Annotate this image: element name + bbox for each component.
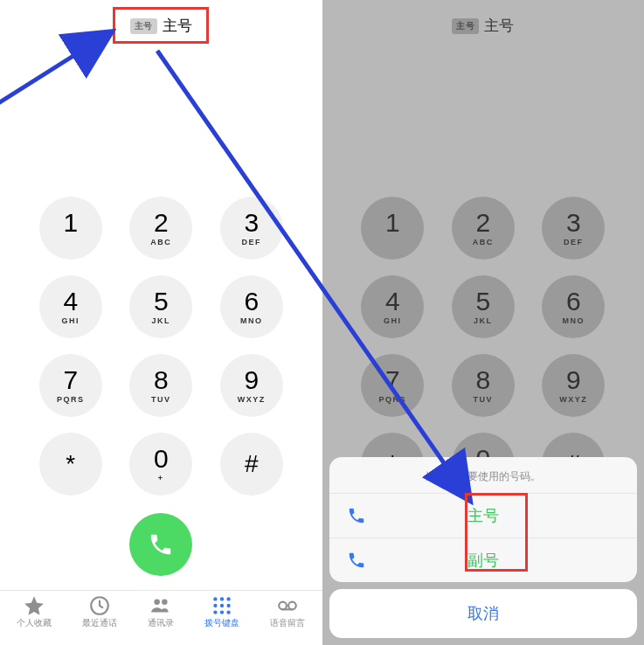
key-digit: 6	[244, 288, 259, 315]
people-icon	[149, 596, 172, 615]
tab-bar: 个人收藏最近通话通讯录拨号键盘语音留言	[0, 590, 322, 638]
svg-point-13	[288, 602, 296, 610]
key-2[interactable]: 2ABC	[129, 197, 192, 260]
star-icon	[23, 596, 45, 615]
keypad-icon	[211, 596, 233, 615]
key-digit: 7	[63, 367, 78, 393]
key-digit: 0	[154, 446, 169, 472]
option-label: 副号	[467, 550, 499, 571]
key-letters: DEF	[242, 238, 262, 246]
svg-point-11	[227, 610, 231, 614]
tab-label: 拨号键盘	[204, 617, 239, 629]
key-digit: 3	[244, 210, 259, 236]
key-digit: 2	[154, 210, 169, 236]
key-5[interactable]: 5JKL	[129, 275, 192, 338]
sim-selection-sheet: 选择现在要使用的号码。 主号 副号	[329, 457, 638, 582]
svg-point-5	[227, 597, 231, 600]
key-1[interactable]: 1	[39, 197, 102, 260]
tab-voicemail[interactable]: 语音留言	[270, 596, 305, 629]
key-9[interactable]: 9WXYZ	[220, 354, 283, 417]
tab-clock[interactable]: 最近通话	[82, 596, 117, 629]
call-button[interactable]	[129, 513, 192, 576]
sheet-title: 选择现在要使用的号码。	[329, 457, 638, 494]
tab-people[interactable]: 通讯录	[148, 596, 174, 629]
key-letters: +	[158, 474, 164, 482]
sheet-option-secondary[interactable]: 副号	[329, 538, 638, 582]
key-8[interactable]: 8TUV	[129, 354, 192, 417]
phone-icon	[148, 531, 174, 558]
svg-point-7	[220, 604, 224, 607]
sim-selection-overlay: 选择现在要使用的号码。 主号 副号 取消	[322, 0, 645, 645]
tab-star[interactable]: 个人收藏	[17, 596, 52, 629]
dial-keypad: 1 2ABC3DEF4GHI5JKL6MNO7PQRS8TUV9WXYZ*0+#	[0, 197, 322, 496]
key-7[interactable]: 7PQRS	[39, 354, 102, 417]
svg-point-12	[279, 602, 287, 610]
key-digit: 4	[63, 288, 78, 315]
dialer-screen-overlay: 主号 主号 1 2ABC3DEF4GHI5JKL6MNO7PQRS8TUV9WX…	[322, 0, 645, 645]
key-0[interactable]: 0+	[129, 433, 192, 496]
key-6[interactable]: 6MNO	[220, 275, 283, 338]
dialer-screen-normal: 主号 主号 1 2ABC3DEF4GHI5JKL6MNO7PQRS8TUV9WX…	[0, 0, 322, 645]
key-4[interactable]: 4GHI	[39, 275, 102, 338]
tab-label: 语音留言	[270, 617, 305, 629]
tab-label: 通讯录	[148, 617, 174, 629]
option-label: 主号	[467, 505, 499, 526]
sheet-option-primary[interactable]: 主号	[329, 494, 638, 538]
key-letters: WXYZ	[238, 395, 266, 404]
svg-point-8	[227, 604, 231, 607]
voicemail-icon	[276, 596, 299, 615]
key-digit: 5	[154, 288, 169, 315]
svg-point-4	[220, 597, 224, 600]
svg-point-6	[213, 604, 217, 607]
sim-badge-icon: 主号	[130, 18, 157, 34]
svg-point-2	[162, 599, 168, 605]
svg-point-1	[155, 599, 161, 605]
tab-label: 最近通话	[82, 617, 117, 629]
key-digit: 9	[244, 367, 259, 393]
key-digit: 1	[63, 210, 78, 236]
key-digit: *	[66, 450, 75, 478]
key-letters: PQRS	[57, 395, 85, 404]
key-letters: JKL	[151, 316, 170, 325]
annotation-header-box	[113, 7, 209, 44]
key-letters: MNO	[240, 316, 263, 325]
sim-label: 主号	[163, 16, 192, 36]
sim-selector[interactable]: 主号 主号	[0, 0, 322, 46]
phone-icon	[347, 506, 366, 525]
key-letters: ABC	[150, 238, 171, 246]
svg-point-10	[220, 610, 224, 614]
key-#[interactable]: #	[220, 433, 283, 496]
key-letters: GHI	[61, 316, 80, 325]
phone-icon	[347, 551, 366, 570]
key-digit: 8	[154, 367, 169, 393]
key-3[interactable]: 3DEF	[220, 197, 283, 260]
svg-point-9	[213, 610, 217, 614]
svg-point-3	[213, 597, 217, 600]
clock-icon	[88, 596, 111, 615]
key-letters: TUV	[151, 395, 171, 404]
key-*[interactable]: *	[39, 433, 102, 496]
tab-label: 个人收藏	[17, 617, 52, 629]
tab-keypad[interactable]: 拨号键盘	[204, 596, 239, 629]
key-digit: #	[245, 450, 259, 478]
sheet-cancel-button[interactable]: 取消	[329, 589, 638, 638]
